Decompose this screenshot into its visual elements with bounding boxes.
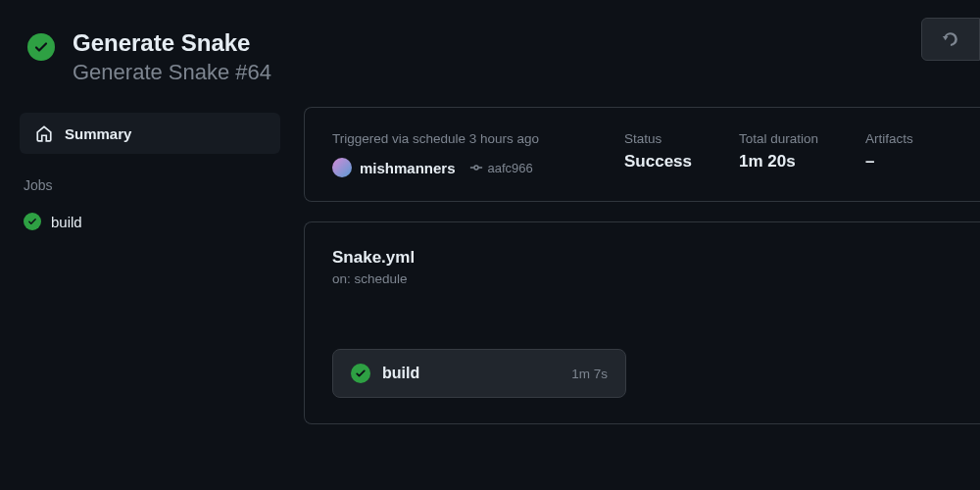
workflow-panel: Snake.yml on: schedule build 1m 7s bbox=[304, 221, 980, 424]
jobs-heading: Jobs bbox=[20, 154, 280, 207]
status-label: Status bbox=[624, 131, 692, 146]
artifacts-value: – bbox=[865, 152, 913, 172]
workflow-file[interactable]: Snake.yml bbox=[332, 248, 953, 268]
job-name: build bbox=[51, 214, 82, 230]
status-value: Success bbox=[624, 152, 692, 172]
workflow-trigger: on: schedule bbox=[332, 271, 953, 286]
duration-column: Total duration 1m 20s bbox=[739, 131, 818, 177]
run-subtitle: Generate Snake #64 bbox=[73, 60, 271, 85]
artifacts-label: Artifacts bbox=[865, 131, 913, 146]
workflow-job-name: build bbox=[382, 365, 571, 382]
check-circle-icon bbox=[351, 364, 370, 383]
home-icon bbox=[35, 124, 53, 142]
duration-value: 1m 20s bbox=[739, 152, 818, 172]
run-title: Generate Snake bbox=[73, 27, 271, 58]
content-area: Triggered via schedule 3 hours ago mishm… bbox=[304, 101, 980, 424]
refresh-icon bbox=[941, 29, 960, 49]
trigger-column: Triggered via schedule 3 hours ago mishm… bbox=[332, 131, 577, 177]
svg-point-0 bbox=[474, 166, 478, 170]
duration-label: Total duration bbox=[739, 131, 818, 146]
sidebar-job-build[interactable]: build bbox=[20, 207, 280, 236]
summary-label: Summary bbox=[65, 125, 131, 142]
status-success-icon bbox=[27, 33, 55, 61]
avatar[interactable] bbox=[332, 158, 352, 177]
check-circle-icon bbox=[24, 213, 41, 230]
main-area: Summary Jobs build Triggered via schedul… bbox=[0, 101, 980, 424]
rerun-button[interactable] bbox=[921, 18, 980, 61]
commit-icon bbox=[469, 161, 483, 174]
status-column: Status Success bbox=[624, 131, 692, 177]
commit-sha: aafc966 bbox=[488, 161, 533, 175]
commit-link[interactable]: aafc966 bbox=[469, 161, 533, 175]
header-titles: Generate Snake Generate Snake #64 bbox=[73, 27, 271, 85]
workflow-job-build[interactable]: build 1m 7s bbox=[332, 349, 626, 398]
trigger-label: Triggered via schedule 3 hours ago bbox=[332, 131, 577, 146]
trigger-row: mishmanners aafc966 bbox=[332, 158, 577, 177]
sidebar: Summary Jobs build bbox=[20, 101, 304, 424]
username-link[interactable]: mishmanners bbox=[360, 160, 456, 176]
workflow-job-time: 1m 7s bbox=[571, 367, 608, 381]
page-header: Generate Snake Generate Snake #64 bbox=[0, 0, 980, 101]
run-meta-panel: Triggered via schedule 3 hours ago mishm… bbox=[304, 107, 980, 202]
sidebar-summary[interactable]: Summary bbox=[20, 113, 280, 154]
artifacts-column: Artifacts – bbox=[865, 131, 913, 177]
